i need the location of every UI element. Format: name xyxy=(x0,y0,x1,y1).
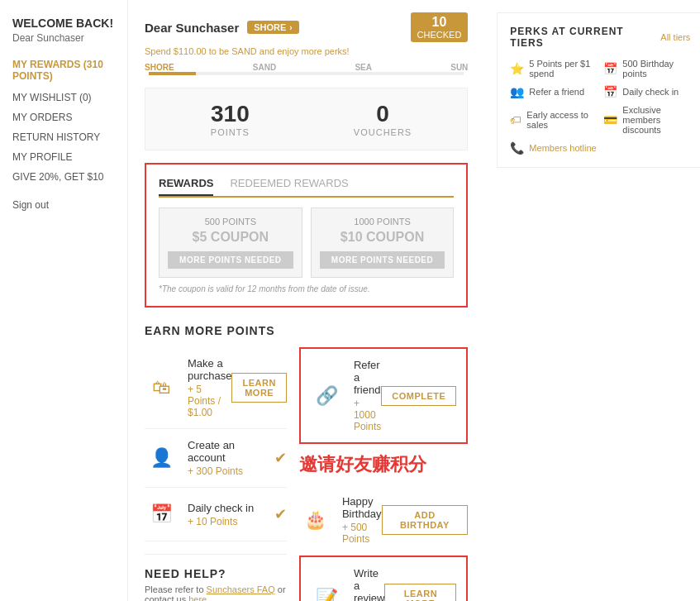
welcome-title: WELCOME BACK! xyxy=(12,17,115,30)
checked-count: 10 xyxy=(417,15,462,30)
perk-label-3: Daily check in xyxy=(622,87,679,97)
earn-item-account: 👤 Create an account + 300 Points ✔ xyxy=(145,429,287,488)
perk-icon-1: 📅 xyxy=(603,62,617,75)
earn-account-points: + 300 Points xyxy=(188,465,274,477)
earn-purchase-points: + 5 Points / $1.00 xyxy=(188,384,231,418)
perks-grid: ⭐ 5 Points per $1 spend 📅 500 Birthday p… xyxy=(510,59,690,155)
my-rewards-nav[interactable]: MY REWARDS (310 POINTS) xyxy=(12,59,115,82)
coupon1-button[interactable]: MORE POINTS NEEDED xyxy=(168,251,293,269)
all-tiers-link[interactable]: All tiers xyxy=(660,32,690,42)
sunchasers-faq-link[interactable]: Sunchasers FAQ xyxy=(207,584,275,594)
refer-icon: 🔗 xyxy=(311,379,344,413)
perk-icon-0: ⭐ xyxy=(510,62,524,75)
perk-label-0: 5 Points per $1 spend xyxy=(529,59,597,79)
checkin-done-icon: ✔ xyxy=(274,505,287,523)
vouchers-value: 0 xyxy=(315,101,451,127)
add-birthday-button[interactable]: ADD BIRTHDAY xyxy=(382,505,469,535)
perk-icon-6: 📞 xyxy=(510,141,524,155)
earn-account-name: Create an account xyxy=(188,439,274,464)
earn-account-info: Create an account + 300 Points xyxy=(188,439,274,477)
perk-item-3: 📅 Daily check in xyxy=(603,85,690,98)
earn-item-checkin: 📅 Daily check in + 10 Points ✔ xyxy=(145,488,287,541)
points-vouchers: 310 POINTS 0 VOUCHERS xyxy=(145,88,468,150)
points-display: 310 POINTS xyxy=(162,101,298,137)
coupon2-button[interactable]: MORE POINTS NEEDED xyxy=(320,251,445,269)
perk-label-1: 500 Birthday points xyxy=(622,59,690,79)
chevron-right-icon: › xyxy=(289,23,292,32)
perk-icon-2: 👥 xyxy=(510,85,524,98)
perk-label-2: Refer a friend xyxy=(529,87,584,97)
earn-refer-info: Refer a friend + 1000 Points xyxy=(354,359,381,432)
tier-sea: SEA xyxy=(355,63,372,72)
invite-annotation: 邀请好友赚积分 xyxy=(299,452,468,477)
earn-two-col: 🛍 Make a purchase + 5 Points / $1.00 LEA… xyxy=(145,347,468,601)
purchase-learn-more-button[interactable]: LEARN MORE xyxy=(231,373,286,403)
earn-checkin-info: Daily check in + 10 Points xyxy=(188,502,274,527)
need-help-title: NEED HELP? xyxy=(145,567,287,580)
tier-progress-bar xyxy=(149,72,464,75)
coupon-grid: 500 POINTS $5 COUPON MORE POINTS NEEDED … xyxy=(159,207,454,278)
tier-badge[interactable]: SHORE › xyxy=(247,21,298,34)
perk-icon-5: 💳 xyxy=(603,113,617,126)
purchase-icon: 🛍 xyxy=(145,371,178,404)
tab-rewards[interactable]: REWARDS xyxy=(159,177,213,196)
perk-item-1: 📅 500 Birthday points xyxy=(603,59,690,79)
tier-progress-wrapper: SHORE SAND SEA SUN xyxy=(145,63,468,75)
perk-item-4: 🏷 Early access to sales xyxy=(510,105,597,135)
perks-title: PERKS AT CURRENT TIERS xyxy=(510,26,660,49)
need-help-text: Please refer to Sunchasers FAQ or contac… xyxy=(145,584,287,601)
right-column: PERKS AT CURRENT TIERS All tiers ⭐ 5 Poi… xyxy=(484,0,700,601)
earn-birthday-points: + 500 Points xyxy=(342,522,382,545)
perk-icon-4: 🏷 xyxy=(510,113,521,126)
coupon-note: *The coupon is valid for 12 months from … xyxy=(159,284,454,293)
perk-item-2: 👥 Refer a friend xyxy=(510,85,597,98)
welcome-sub: Dear Sunchaser xyxy=(12,32,115,44)
tier-bar-fill xyxy=(149,72,196,75)
earn-refer-points: + 1000 Points xyxy=(354,398,381,432)
rewards-tabs: REWARDS REDEEMED REWARDS xyxy=(159,177,454,198)
need-help-section: NEED HELP? Please refer to Sunchasers FA… xyxy=(145,554,287,601)
vouchers-label: VOUCHERS xyxy=(315,127,451,137)
refer-complete-button[interactable]: COMPLETE xyxy=(381,386,456,406)
earn-review-info: Write a review + 20 Points xyxy=(354,567,385,601)
perks-section: PERKS AT CURRENT TIERS All tiers ⭐ 5 Poi… xyxy=(497,12,700,168)
review-learn-more-button[interactable]: LEARN MORE xyxy=(384,584,456,602)
earn-refer-action: COMPLETE xyxy=(381,386,456,406)
return-history-nav[interactable]: RETURN HISTORY xyxy=(12,131,115,143)
perks-header: PERKS AT CURRENT TIERS All tiers xyxy=(510,26,690,49)
earn-item-review: 📝 Write a review + 20 Points LEARN MORE xyxy=(299,556,468,601)
checked-badge: 10 CHECKED xyxy=(411,12,469,42)
perk-item-5: 💳 Exclusive members discounts xyxy=(603,105,690,135)
coupon2-value: $10 COUPON xyxy=(320,230,445,245)
earn-item-purchase: 🛍 Make a purchase + 5 Points / $1.00 LEA… xyxy=(145,347,287,429)
points-value: 310 xyxy=(162,101,298,127)
coupon2-points: 1000 POINTS xyxy=(320,217,445,227)
rewards-section: REWARDS REDEEMED REWARDS 500 POINTS $5 C… xyxy=(145,163,468,308)
perk-label-6[interactable]: Members hotline xyxy=(529,143,596,153)
perk-item-6: 📞 Members hotline xyxy=(510,141,690,155)
birthday-icon: 🎂 xyxy=(299,503,332,537)
earn-purchase-info: Make a purchase + 5 Points / $1.00 xyxy=(188,357,231,418)
user-greeting: Dear Sunchaser xyxy=(145,21,239,35)
account-done-icon: ✔ xyxy=(274,449,287,467)
give-promo-nav[interactable]: GIVE 20%, GET $10 xyxy=(12,171,115,183)
tier-badge-label: SHORE xyxy=(254,22,286,32)
tier-labels: SHORE SAND SEA SUN xyxy=(145,63,468,72)
my-orders-nav[interactable]: MY ORDERS xyxy=(12,112,115,123)
spend-message: Spend $110.00 to be SAND and enjoy more … xyxy=(145,46,468,56)
coupon1-points: 500 POINTS xyxy=(168,217,293,227)
coupon1-value: $5 COUPON xyxy=(168,230,293,245)
tab-redeemed-rewards[interactable]: REDEEMED REWARDS xyxy=(230,177,348,196)
review-icon: 📝 xyxy=(311,582,344,602)
contact-here-link[interactable]: here xyxy=(188,594,207,601)
my-wishlist-nav[interactable]: MY WISHLIST (0) xyxy=(12,92,115,103)
tier-sun: SUN xyxy=(450,63,468,72)
sign-out-link[interactable]: Sign out xyxy=(12,199,115,211)
checked-label: CHECKED xyxy=(417,30,462,40)
perk-icon-3: 📅 xyxy=(603,85,617,98)
earn-section: EARN MORE POINTS 🛍 Make a purchase + 5 P… xyxy=(145,324,468,601)
tier-sand: SAND xyxy=(253,63,276,72)
header-row: Dear Sunchaser SHORE › 10 CHECKED xyxy=(145,12,468,42)
my-profile-nav[interactable]: MY PROFILE xyxy=(12,151,115,163)
earn-purchase-action: LEARN MORE xyxy=(231,373,286,403)
